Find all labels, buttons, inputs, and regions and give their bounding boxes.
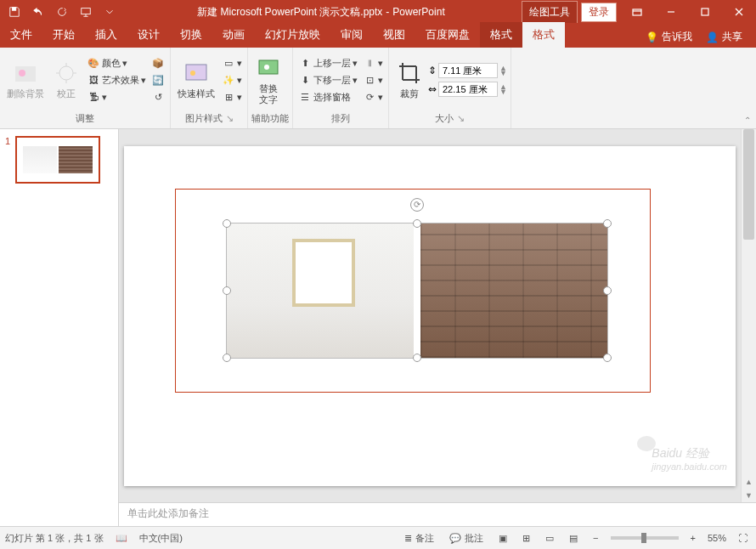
slideshow-view-button[interactable]: ▤: [566, 531, 581, 546]
zoom-slider-thumb[interactable]: [641, 533, 646, 543]
rotate-handle[interactable]: ⟳: [410, 198, 424, 212]
tab-review[interactable]: 审阅: [330, 22, 373, 48]
picture-effects-button[interactable]: ✨▾: [220, 72, 244, 88]
dialog-launcher-icon[interactable]: ↘: [457, 113, 465, 124]
tab-file[interactable]: 文件: [0, 22, 42, 48]
picture-border-button[interactable]: ▭▾: [220, 55, 244, 71]
bring-forward-button[interactable]: ⬆上移一层▾: [296, 55, 359, 71]
tab-view[interactable]: 视图: [373, 22, 415, 48]
resize-handle[interactable]: [413, 219, 421, 228]
compress-pictures-button[interactable]: 📦: [150, 55, 166, 71]
tab-home[interactable]: 开始: [42, 22, 85, 48]
slide-editor[interactable]: ⟳ Baidu 经验 jingyan.baidu.com: [119, 129, 741, 502]
start-slideshow-button[interactable]: [75, 1, 97, 23]
reset-picture-button[interactable]: ↺: [150, 89, 166, 105]
spellcheck-button[interactable]: 📖: [112, 531, 131, 546]
tab-baidu[interactable]: 百度网盘: [415, 22, 480, 48]
resize-handle[interactable]: [223, 354, 231, 362]
change-picture-button[interactable]: 🔄: [150, 72, 166, 88]
save-button[interactable]: [3, 1, 25, 23]
image-right[interactable]: [420, 224, 607, 358]
ribbon-display-button[interactable]: [620, 0, 654, 24]
tab-animations[interactable]: 动画: [212, 22, 255, 48]
align-icon: ⫴: [363, 56, 376, 70]
width-input[interactable]: [438, 82, 498, 97]
reset-icon: ↺: [151, 90, 165, 104]
align-button[interactable]: ⫴▾: [361, 55, 385, 71]
spinner-icon[interactable]: ▲▼: [499, 84, 507, 95]
alt-text-button[interactable]: 替换 文字: [251, 53, 285, 107]
resize-handle[interactable]: [223, 286, 231, 295]
slide-count-label: 幻灯片 第 1 张，共 1 张: [5, 532, 104, 545]
group-icon: ⊡: [363, 73, 376, 87]
resize-handle[interactable]: [223, 219, 231, 228]
resize-handle[interactable]: [603, 354, 612, 362]
resize-handle[interactable]: [603, 219, 612, 228]
slide[interactable]: ⟳: [124, 146, 736, 486]
slide-sorter-button[interactable]: ⊞: [519, 531, 533, 546]
tab-insert[interactable]: 插入: [85, 22, 127, 48]
login-button[interactable]: 登录: [581, 3, 617, 22]
scrollbar-thumb[interactable]: [743, 129, 754, 240]
chevron-down-icon: ▾: [378, 75, 383, 86]
vertical-scrollbar[interactable]: ▲ ▼: [741, 129, 756, 502]
tab-design[interactable]: 设计: [127, 22, 170, 48]
tell-me-button[interactable]: 💡告诉我: [640, 26, 697, 48]
comments-toggle-button[interactable]: 💬批注: [446, 530, 487, 546]
normal-view-button[interactable]: ▣: [495, 531, 511, 546]
zoom-level-label[interactable]: 55%: [708, 533, 726, 543]
tab-slideshow[interactable]: 幻灯片放映: [255, 22, 330, 48]
svg-rect-0: [12, 8, 15, 11]
fit-to-window-button[interactable]: ⛶: [735, 531, 751, 545]
undo-button[interactable]: [27, 1, 49, 23]
dialog-launcher-icon[interactable]: ↘: [226, 113, 234, 124]
language-label[interactable]: 中文(中国): [139, 532, 183, 545]
close-button[interactable]: [722, 0, 756, 24]
redo-button[interactable]: [51, 1, 73, 23]
color-button[interactable]: 🎨颜色▾: [85, 55, 148, 71]
slide-thumbnail[interactable]: 1: [5, 136, 113, 184]
notes-pane[interactable]: 单击此处添加备注: [119, 502, 756, 526]
book-icon: 📖: [116, 533, 127, 544]
ribbon: 删除背景 校正 🎨颜色▾ 🖼艺术效果▾ 🗜▾ 📦 🔄 ↺ 调整 快速样式: [0, 48, 756, 129]
resize-handle[interactable]: [603, 286, 612, 295]
picture-layout-button[interactable]: ⊞▾: [220, 89, 244, 105]
spinner-icon[interactable]: ▲▼: [499, 65, 507, 76]
minimize-button[interactable]: [654, 0, 688, 24]
artistic-icon: 🖼: [87, 73, 100, 87]
window-title: 新建 Microsoft PowerPoint 演示文稿.pptx - Powe…: [121, 5, 522, 20]
svg-point-1: [59, 8, 66, 16]
qat-customize-icon[interactable]: [99, 1, 121, 23]
resize-handle[interactable]: [413, 354, 421, 362]
tab-format-active[interactable]: 格式: [522, 22, 565, 48]
send-backward-button[interactable]: ⬇下移一层▾: [296, 72, 359, 88]
sorter-icon: ⊞: [522, 533, 530, 544]
compress-reset-row[interactable]: 🗜▾: [85, 89, 148, 105]
layout-icon: ⊞: [222, 90, 235, 104]
image-left[interactable]: [227, 224, 414, 358]
slide-thumbnail-panel[interactable]: 1: [0, 129, 119, 526]
selection-pane-button[interactable]: ☰选择窗格: [296, 89, 359, 105]
comment-icon: 💬: [449, 533, 461, 544]
artistic-effects-button[interactable]: 🖼艺术效果▾: [85, 72, 148, 88]
zoom-out-button[interactable]: −: [590, 531, 601, 545]
collapse-ribbon-button[interactable]: ⌃: [744, 116, 751, 125]
quick-styles-icon: [183, 59, 210, 87]
group-objects-button[interactable]: ⊡▾: [361, 72, 385, 88]
scroll-down-icon[interactable]: ▼: [742, 489, 756, 502]
share-button[interactable]: 👤共享: [701, 26, 748, 48]
maximize-button[interactable]: [688, 0, 722, 24]
tab-transitions[interactable]: 切换: [170, 22, 212, 48]
zoom-in-button[interactable]: +: [687, 531, 699, 545]
reading-view-button[interactable]: ▭: [542, 531, 557, 546]
quick-styles-button[interactable]: 快速样式: [174, 58, 218, 101]
zoom-slider[interactable]: [611, 536, 679, 540]
notes-toggle-button[interactable]: ≣备注: [401, 530, 437, 546]
rotate-button[interactable]: ⟳▾: [361, 89, 385, 105]
selected-image-group[interactable]: ⟳: [226, 223, 608, 359]
chevron-down-icon: ▾: [237, 75, 242, 86]
scroll-up-icon[interactable]: ▲: [742, 475, 756, 489]
tab-format-ctx[interactable]: 格式: [480, 22, 522, 48]
height-input[interactable]: [438, 63, 498, 78]
crop-button[interactable]: 裁剪: [392, 58, 426, 101]
